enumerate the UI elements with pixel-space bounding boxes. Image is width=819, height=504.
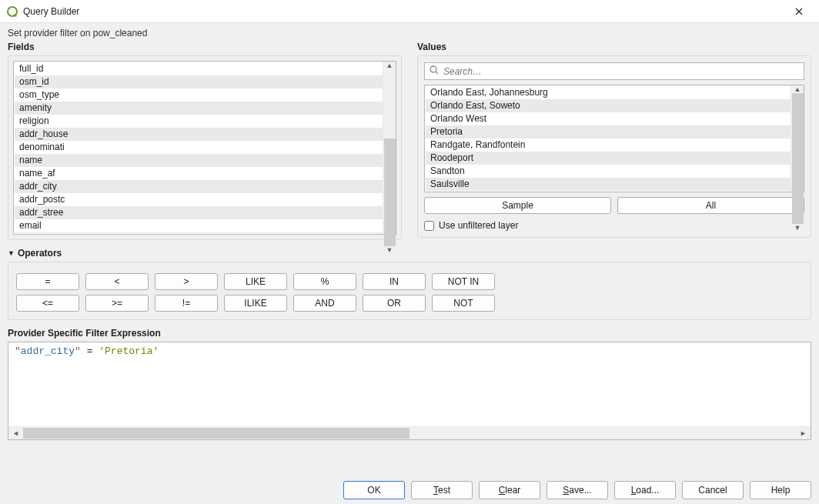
list-item[interactable]: name_af bbox=[15, 167, 383, 180]
list-item[interactable]: email bbox=[15, 219, 383, 232]
values-scrollbar[interactable]: ▲ ▼ bbox=[791, 85, 804, 192]
scroll-right-icon[interactable]: ► bbox=[796, 429, 811, 437]
svg-line-3 bbox=[436, 72, 438, 74]
cancel-button[interactable]: Cancel bbox=[682, 481, 744, 499]
close-icon bbox=[795, 8, 803, 15]
list-item[interactable]: addr_city bbox=[15, 180, 383, 193]
provider-filter-label: Set provider filter on pow_cleaned bbox=[0, 23, 819, 42]
all-button[interactable]: All bbox=[617, 197, 804, 214]
fields-scrollbar[interactable]: ▲ ▼ bbox=[383, 62, 396, 234]
list-item[interactable]: Sandton bbox=[426, 165, 791, 178]
help-button[interactable]: Help bbox=[750, 481, 811, 499]
operators-label: Operators bbox=[18, 248, 62, 259]
scroll-down-icon[interactable]: ▼ bbox=[383, 246, 396, 254]
scroll-thumb[interactable] bbox=[384, 139, 396, 246]
operator-button[interactable]: <= bbox=[16, 295, 79, 312]
operator-button[interactable]: ILIKE bbox=[224, 295, 287, 312]
list-item[interactable]: fax bbox=[15, 232, 383, 233]
list-item[interactable]: Orlando East, Johannesburg bbox=[426, 86, 791, 99]
dialog-footer: OK Test Clear Save... Load... Cancel Hel… bbox=[0, 481, 819, 499]
list-item[interactable]: Randgate, Randfontein bbox=[426, 139, 791, 152]
operator-button[interactable]: != bbox=[155, 295, 218, 312]
clear-button[interactable]: Clear bbox=[479, 481, 540, 499]
ok-button[interactable]: OK bbox=[343, 481, 405, 499]
values-search[interactable] bbox=[424, 62, 804, 80]
operator-button[interactable]: IN bbox=[363, 273, 426, 290]
unfiltered-label: Use unfiltered layer bbox=[439, 220, 518, 231]
list-item[interactable]: name bbox=[15, 154, 383, 167]
test-button[interactable]: Test bbox=[411, 481, 473, 499]
scroll-left-icon[interactable]: ◄ bbox=[8, 429, 23, 437]
fields-section: Fields full_idosm_idosm_typeamenityrelig… bbox=[8, 42, 402, 240]
list-item[interactable]: denominati bbox=[15, 141, 383, 154]
operators-toggle[interactable]: ▼ Operators bbox=[0, 248, 819, 259]
list-item[interactable]: amenity bbox=[15, 102, 383, 115]
values-label: Values bbox=[417, 42, 811, 52]
list-item[interactable]: addr_postc bbox=[15, 193, 383, 206]
list-item[interactable]: addr_house bbox=[15, 128, 383, 141]
app-icon bbox=[6, 5, 18, 18]
operator-button[interactable]: >= bbox=[85, 295, 149, 312]
values-list[interactable]: Orlando East, JohannesburgOrlando East, … bbox=[424, 85, 804, 192]
chevron-down-icon: ▼ bbox=[8, 249, 15, 257]
sample-button[interactable]: Sample bbox=[424, 197, 611, 214]
operator-button[interactable]: = bbox=[16, 273, 79, 290]
title-bar: Query Builder bbox=[0, 0, 819, 23]
expression-horizontal-scrollbar[interactable]: ◄ ► bbox=[8, 426, 811, 439]
fields-label: Fields bbox=[8, 42, 402, 52]
list-item[interactable]: addr_stree bbox=[15, 206, 383, 219]
close-button[interactable] bbox=[782, 0, 816, 23]
expression-label: Provider Specific Filter Expression bbox=[0, 320, 819, 342]
list-item[interactable]: Pretoria bbox=[426, 125, 791, 139]
scroll-up-icon[interactable]: ▲ bbox=[383, 62, 396, 69]
list-item[interactable]: Roodeport bbox=[426, 152, 791, 165]
list-item[interactable]: Saulsville bbox=[426, 178, 791, 191]
window-title: Query Builder bbox=[23, 6, 782, 17]
operator-button[interactable]: % bbox=[293, 273, 356, 290]
scroll-down-icon[interactable]: ▼ bbox=[791, 224, 804, 232]
operator-button[interactable]: > bbox=[155, 273, 218, 290]
list-item[interactable]: religion bbox=[15, 115, 383, 128]
list-item[interactable]: full_id bbox=[15, 62, 383, 75]
operator-button[interactable]: NOT IN bbox=[432, 273, 495, 290]
search-icon bbox=[430, 65, 439, 77]
scroll-up-icon[interactable]: ▲ bbox=[791, 85, 804, 93]
operator-button[interactable]: < bbox=[85, 273, 149, 290]
list-item[interactable]: osm_type bbox=[15, 88, 383, 102]
save-button[interactable]: Save... bbox=[547, 481, 608, 499]
operator-button[interactable]: LIKE bbox=[224, 273, 287, 290]
scroll-thumb[interactable] bbox=[23, 428, 410, 439]
scroll-thumb[interactable] bbox=[792, 93, 804, 224]
expression-editor[interactable]: "addr_city" = 'Pretoria' ◄ ► bbox=[8, 342, 811, 440]
load-button[interactable]: Load... bbox=[614, 481, 676, 499]
operator-button[interactable]: NOT bbox=[432, 295, 495, 312]
unfiltered-checkbox-input[interactable] bbox=[424, 221, 434, 231]
expression-text[interactable]: "addr_city" = 'Pretoria' bbox=[8, 342, 811, 360]
list-item[interactable]: Orlando West bbox=[426, 112, 791, 125]
list-item[interactable]: Orlando East, Soweto bbox=[426, 99, 791, 112]
values-section: Values Orlando East, JohannesburgOrlando… bbox=[417, 42, 811, 240]
fields-list[interactable]: full_idosm_idosm_typeamenityreligionaddr… bbox=[13, 61, 396, 235]
svg-point-2 bbox=[430, 66, 436, 72]
operator-button[interactable]: AND bbox=[293, 295, 356, 312]
unfiltered-layer-checkbox[interactable]: Use unfiltered layer bbox=[424, 220, 804, 231]
operator-button[interactable]: OR bbox=[363, 295, 426, 312]
list-item[interactable]: osm_id bbox=[15, 75, 383, 88]
values-search-input[interactable] bbox=[443, 66, 799, 77]
